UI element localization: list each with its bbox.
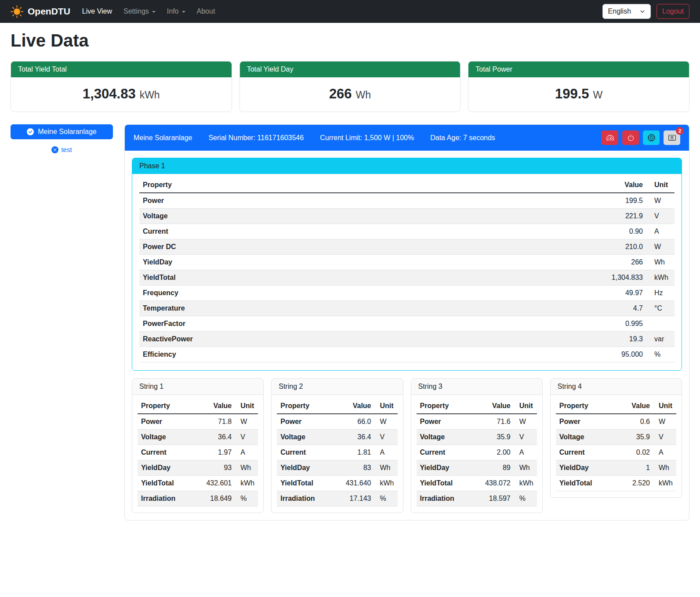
power-icon: [627, 134, 635, 141]
property-cell: YieldTotal: [417, 476, 472, 491]
table-header-row: Property Value Unit: [277, 398, 397, 414]
summary-card-body: 199.5W: [468, 77, 689, 112]
limit-settings-button[interactable]: [602, 130, 618, 145]
inverter-select-button[interactable]: Meine Solaranlage: [11, 124, 113, 139]
value-cell: 1: [615, 460, 653, 476]
value-cell: 438.072: [471, 476, 514, 491]
value-cell: 66.0: [332, 414, 375, 430]
logout-button[interactable]: Logout: [656, 4, 689, 19]
unit-cell: kWh: [514, 476, 537, 491]
string-title: String 3: [411, 379, 542, 395]
value-cell: 0.90: [442, 224, 646, 239]
property-cell: PowerFactor: [139, 316, 442, 332]
inverter-name: Meine Solaranlage: [134, 134, 192, 142]
unit-cell: %: [375, 491, 398, 507]
value-cell: 199.5: [442, 193, 646, 209]
value-cell: 1.81: [332, 445, 375, 460]
property-cell: YieldDay: [417, 460, 472, 476]
summary-card-title: Total Power: [468, 62, 689, 77]
string-body: Property Value Unit Power: [551, 395, 682, 497]
table-row: Voltage 36.4 V: [138, 430, 258, 445]
table-row: Irradiation 18.649 %: [138, 491, 258, 507]
string-title: String 1: [132, 379, 263, 395]
table-header-row: Property Value Unit: [556, 398, 676, 414]
table-row: Efficiency 95.000 %: [139, 347, 675, 362]
table-row: YieldTotal 1,304.833 kWh: [139, 270, 675, 286]
unit-cell: %: [235, 491, 258, 507]
property-cell: ReactivePower: [139, 332, 442, 347]
value-cell: 17.143: [332, 491, 375, 507]
col-unit: Unit: [646, 177, 675, 193]
table-row: Frequency 49.97 Hz: [139, 286, 675, 301]
property-cell: YieldTotal: [139, 270, 442, 286]
table-row: YieldTotal 2.520 kWh: [556, 476, 676, 491]
string-table-body: Power 0.6 W Voltage 35.9 V: [556, 414, 676, 491]
event-log-button[interactable]: 2: [664, 130, 680, 145]
power-button[interactable]: [622, 130, 639, 145]
table-head: Property Value Unit: [556, 398, 676, 414]
unit-cell: W: [653, 414, 676, 430]
table-row: Power 71.8 W: [138, 414, 258, 430]
property-cell: Irradiation: [277, 491, 332, 507]
table-row: Irradiation 18.597 %: [417, 491, 537, 507]
col-unit: Unit: [375, 398, 398, 414]
col-value: Value: [442, 177, 646, 193]
property-cell: YieldDay: [139, 255, 442, 270]
nav-item-about[interactable]: About: [191, 4, 221, 19]
property-cell: Current: [277, 445, 332, 460]
nav-item-label: Live View: [82, 7, 112, 15]
table-row: Voltage 35.9 V: [417, 430, 537, 445]
string-card-4: String 4 Property Value Unit: [550, 378, 682, 498]
col-unit: Unit: [514, 398, 537, 414]
caret-down-icon: [182, 11, 185, 13]
unit-cell: Wh: [375, 460, 398, 476]
unit-cell: Wh: [235, 460, 258, 476]
content: Meine Solaranlage test Meine Solaranlage…: [11, 124, 689, 521]
value-cell: 2.00: [471, 445, 514, 460]
navbar-right: English Logout: [602, 4, 689, 19]
table-head: Property Value Unit: [417, 398, 537, 414]
page-container: Live Data Total Yield Total 1,304.83kWh …: [0, 31, 700, 533]
property-cell: Power: [138, 414, 192, 430]
value-cell: 93: [192, 460, 236, 476]
phase-body: Property Value Unit Power: [132, 174, 682, 370]
summary-card-body: 266Wh: [240, 77, 461, 112]
strings-grid: String 1 Property Value Unit: [132, 378, 682, 513]
table-header-row: Property Value Unit: [139, 177, 675, 193]
summary-card-total-power: Total Power 199.5W: [468, 61, 689, 112]
nav-item-settings[interactable]: Settings: [118, 4, 161, 19]
inverter-sidebar: Meine Solaranlage test: [11, 124, 113, 153]
chevron-down-icon: [640, 9, 645, 14]
value-cell: 266: [442, 255, 646, 270]
table-head: Property Value Unit: [277, 398, 397, 414]
restart-device-button[interactable]: [643, 130, 660, 145]
brand[interactable]: OpenDTU: [11, 5, 70, 18]
property-cell: Voltage: [138, 430, 192, 445]
property-cell: YieldTotal: [277, 476, 332, 491]
summary-unit: Wh: [356, 89, 371, 101]
phase-card: Phase 1 Property Value Unit: [132, 158, 682, 371]
language-select[interactable]: English: [602, 4, 651, 19]
property-cell: Power DC: [139, 239, 442, 255]
table-row: Voltage 221.9 V: [139, 209, 675, 224]
string-body: Property Value Unit Power: [272, 395, 403, 513]
string-body: Property Value Unit Power: [411, 395, 542, 513]
col-property: Property: [277, 398, 332, 414]
table-row: YieldTotal 438.072 kWh: [417, 476, 537, 491]
table-head: Property Value Unit: [138, 398, 258, 414]
value-cell: 19.3: [442, 332, 646, 347]
inverter-panel-header: Meine Solaranlage Serial Number: 1161716…: [125, 125, 689, 151]
nav-item-live-view[interactable]: Live View: [76, 4, 118, 19]
unit-cell: %: [514, 491, 537, 507]
property-cell: Irradiation: [417, 491, 472, 507]
col-value: Value: [471, 398, 514, 414]
value-cell: 36.4: [192, 430, 236, 445]
property-cell: YieldDay: [277, 460, 332, 476]
unit-cell: kWh: [235, 476, 258, 491]
unit-cell: V: [653, 430, 676, 445]
inverter-actions: 2: [602, 130, 680, 145]
nav-item-info[interactable]: Info: [161, 4, 191, 19]
inverter-item-test[interactable]: test: [11, 146, 113, 153]
property-cell: Frequency: [139, 286, 442, 301]
property-cell: YieldDay: [138, 460, 192, 476]
